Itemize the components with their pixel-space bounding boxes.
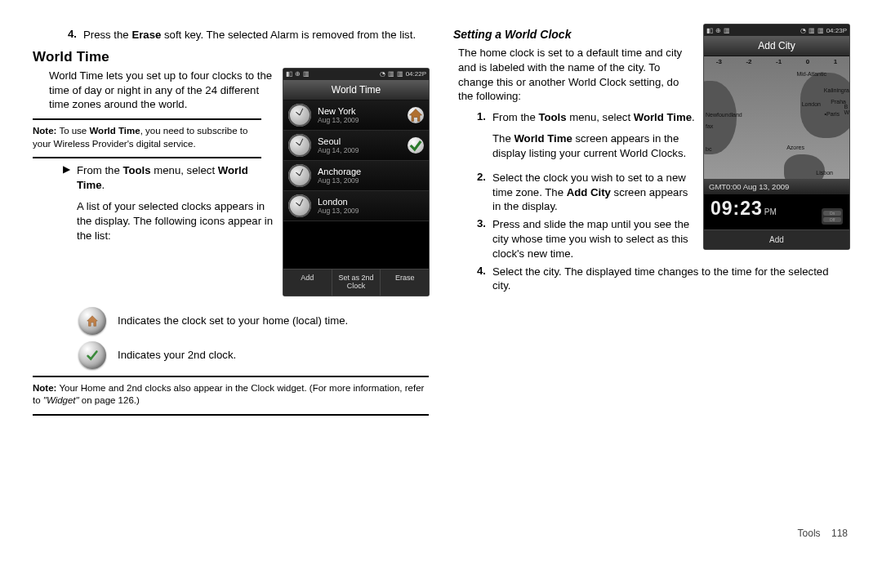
phone-screenshot-world-time: ▮▯ ⊕ ▥ ◔ ▥ ▥ 04:22P World Time New York … [283,69,429,296]
heading-world-time: World Time [33,49,429,65]
vib-icon: ▥ [808,27,815,34]
displayed-time: 09:23PM On Off [704,194,849,229]
play-bullet-icon: ▶ [49,163,77,249]
alarm-icon: ◔ [380,70,385,78]
step-select-world-time: ▶ From the Tools menu, select World Time… [33,163,275,249]
batt2-icon: ▥ [817,27,824,34]
check-icon [408,137,424,154]
dst-toggle[interactable]: On Off [822,208,843,225]
clock-face-icon [288,164,311,187]
legend-home: Indicates the clock set to your home (lo… [78,307,429,335]
clock-row-anchorage[interactable]: Anchorage Aug 13, 2009 [283,161,429,191]
step-4-erase: 4. Press the Erase soft key. The selecte… [56,28,429,42]
phone2-title: Add City [704,36,849,56]
phone1-softkeys: Add Set as 2nd Clock Erase [283,269,429,296]
home-icon [408,107,424,123]
note-widget: Note: Your Home and 2nd clocks also appe… [33,382,429,408]
status-time: 04:23P [826,27,847,34]
legend-2nd-clock: Indicates your 2nd clock. [78,341,429,369]
manual-page: 4. Press the Erase soft key. The selecte… [0,0,882,555]
battery-icon: ▥ [724,27,730,34]
signal-icon: ▮▯ [706,27,713,34]
phone1-status-bar: ▮▯ ⊕ ▥ ◔ ▥ ▥ 04:22P [283,69,429,80]
step-2: 2. Select the clock you wish to set to a… [465,171,696,214]
world-map[interactable]: -3 -2 -1 0 1 Mid-Atlantic Newfoundland f… [704,56,849,179]
phone1-title: World Time [283,80,429,100]
timezone-ticks: -3 -2 -1 0 1 [704,58,849,65]
batt2-icon: ▥ [397,70,403,78]
clock-row-newyork[interactable]: New York Aug 13, 2009 [283,100,429,131]
step-4: 4. Select the city. The displayed time c… [465,265,849,294]
phone2-status-bar: ▮▯ ⊕ ▥ ◔ ▥ ▥ 04:23P [704,24,849,36]
softkey-erase[interactable]: Erase [381,270,429,296]
vib-icon: ▥ [388,70,394,78]
step-3: 3. Press and slide the map until you see… [465,217,696,261]
home-icon [78,307,106,335]
battery-icon: ▥ [303,70,310,78]
check-icon [78,341,106,369]
phone-screenshot-add-city: ▮▯ ⊕ ▥ ◔ ▥ ▥ 04:23P Add City -3 -2 -1 0 [704,24,849,249]
step-1: 1. From the Tools menu, select World Tim… [465,110,696,167]
right-column: ▮▯ ⊕ ▥ ◔ ▥ ▥ 04:23P Add City -3 -2 -1 0 [453,24,849,539]
left-column: 4. Press the Erase soft key. The selecte… [33,24,429,539]
note-subscribe: Note: To use World Time, you need to sub… [33,125,261,150]
page-footer: Tools 118 [798,528,848,539]
softkey-add[interactable]: Add [283,270,332,296]
bluetooth-icon: ⊕ [295,70,301,78]
clock-row-london[interactable]: London Aug 13, 2009 [283,191,429,221]
clock-row-seoul[interactable]: Seoul Aug 14, 2009 [283,131,429,161]
signal-icon: ▮▯ [286,70,292,78]
status-time: 04:22P [406,70,426,78]
clock-face-icon [288,104,311,127]
bluetooth-icon: ⊕ [715,27,721,34]
clock-face-icon [288,194,311,217]
timezone-info: GMT0:00 Aug 13, 2009 [704,179,849,194]
softkey-add[interactable]: Add [704,229,849,249]
alarm-icon: ◔ [800,27,806,34]
clock-face-icon [288,134,311,157]
softkey-set-2nd[interactable]: Set as 2nd Clock [332,270,381,296]
